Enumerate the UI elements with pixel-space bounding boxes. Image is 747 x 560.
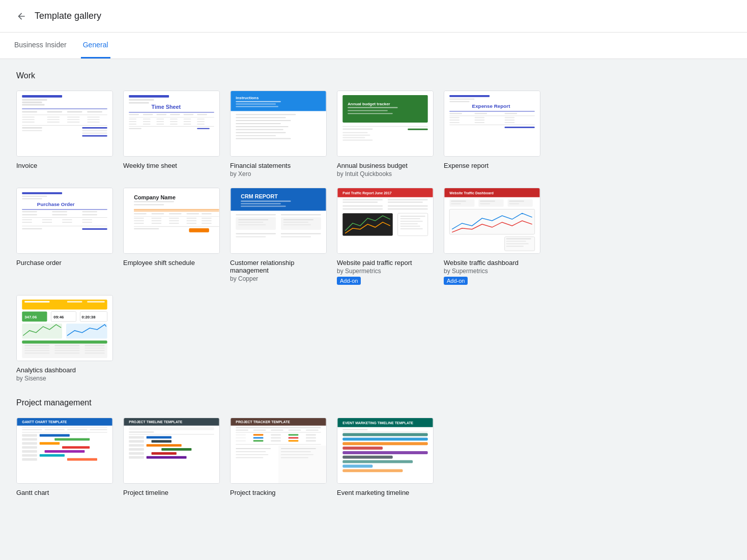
svg-rect-124	[82, 214, 97, 215]
svg-rect-72	[236, 120, 291, 121]
svg-rect-184	[281, 233, 321, 234]
svg-rect-112	[505, 127, 535, 128]
svg-rect-46	[170, 119, 178, 120]
svg-rect-73	[236, 123, 281, 124]
svg-rect-76	[236, 132, 285, 133]
svg-rect-61	[129, 126, 214, 127]
template-thumb-website-traffic-dashboard: Website Traffic Dashboard	[444, 188, 540, 254]
template-purchase-order[interactable]: Purchase Order	[16, 188, 113, 285]
svg-rect-77	[236, 135, 276, 136]
svg-rect-74	[236, 126, 288, 127]
svg-rect-295	[236, 427, 321, 428]
section-project-management: Project management GANTT CHART TEMPLATE	[16, 398, 594, 496]
svg-rect-194	[342, 205, 383, 207]
template-analytics-dashboard[interactable]: 347.06 09:46 0:20:38	[16, 295, 113, 382]
tab-general[interactable]: General	[81, 33, 110, 58]
template-thumb-gantt-chart: GANTT CHART TEMPLATE	[16, 418, 113, 484]
svg-rect-118	[22, 209, 107, 210]
svg-rect-308	[253, 437, 264, 438]
template-name-financial-statements: Financial statements	[230, 162, 327, 169]
svg-rect-125	[22, 217, 107, 218]
svg-rect-306	[306, 434, 316, 436]
svg-text:EVENT MARKETING TIMELINE TEMPL: EVENT MARKETING TIMELINE TEMPLATE	[342, 421, 413, 425]
svg-rect-317	[236, 444, 321, 445]
svg-rect-279	[129, 434, 214, 435]
svg-rect-106	[475, 120, 485, 121]
template-thumb-project-timeline: PROJECT TIMELINE TEMPLATE	[123, 418, 220, 484]
svg-rect-266	[22, 446, 37, 449]
svg-rect-107	[505, 120, 515, 121]
template-name-weekly-time-sheet: Weekly time sheet	[123, 162, 220, 169]
svg-rect-339	[342, 460, 413, 463]
svg-rect-260	[22, 434, 37, 437]
svg-rect-324	[236, 454, 268, 455]
template-invoice[interactable]: Invoice	[16, 91, 113, 178]
svg-rect-241	[84, 345, 104, 346]
template-project-tracking[interactable]: PROJECT TRACKER TEMPLATE	[230, 418, 327, 496]
svg-rect-272	[22, 458, 37, 461]
svg-rect-94	[449, 99, 474, 100]
svg-rect-52	[170, 121, 178, 122]
svg-rect-148	[134, 216, 219, 217]
template-name-analytics-dashboard: Analytics dashboard	[16, 366, 113, 374]
template-name-website-paid-traffic: Website paid traffic report	[337, 259, 434, 267]
svg-rect-174	[281, 214, 321, 215]
svg-rect-289	[152, 452, 177, 455]
template-annual-business-budget[interactable]: Annual budget tracker Annual business bu…	[337, 91, 434, 178]
svg-rect-49	[129, 121, 136, 122]
svg-text:CRM REPORT: CRM REPORT	[241, 193, 278, 199]
template-name-expense-report: Expense report	[444, 162, 540, 169]
template-employee-shift-schedule[interactable]: Company Name	[123, 188, 220, 285]
svg-text:09:46: 09:46	[53, 315, 64, 319]
svg-rect-36	[129, 114, 139, 115]
svg-rect-102	[449, 117, 459, 118]
svg-rect-71	[236, 117, 285, 118]
svg-rect-296	[236, 430, 248, 431]
template-expense-report[interactable]: Expense Report	[444, 91, 540, 178]
svg-rect-183	[236, 233, 276, 234]
svg-rect-38	[156, 114, 166, 115]
svg-rect-21	[67, 122, 80, 123]
template-event-marketing-timeline[interactable]: EVENT MARKETING TIMELINE TEMPLATE	[337, 418, 434, 496]
template-thumb-invoice	[16, 91, 113, 157]
svg-rect-204	[400, 226, 420, 227]
svg-rect-39	[170, 114, 180, 115]
svg-rect-115	[22, 196, 47, 197]
template-project-timeline[interactable]: PROJECT TIMELINE TEMPLATE	[123, 418, 220, 496]
svg-rect-281	[147, 436, 171, 438]
svg-rect-299	[289, 430, 301, 431]
svg-rect-228	[87, 301, 104, 303]
template-thumb-expense-report: Expense Report	[444, 91, 540, 157]
back-icon	[16, 11, 26, 21]
svg-rect-227	[67, 301, 82, 303]
template-website-paid-traffic[interactable]: Paid Traffic Report June 2017	[337, 188, 434, 285]
template-thumb-financial-statements: Instructions	[230, 91, 327, 157]
template-author-website-paid-traffic: by Supermetrics	[337, 268, 434, 275]
svg-rect-41	[197, 114, 207, 115]
tab-business-insider[interactable]: Business Insider	[12, 33, 69, 58]
svg-rect-304	[271, 434, 281, 436]
template-financial-statements[interactable]: Instructions Fin	[230, 91, 327, 178]
svg-rect-31	[129, 95, 169, 98]
svg-rect-334	[342, 437, 427, 440]
svg-rect-202	[400, 221, 423, 222]
svg-rect-158	[202, 220, 212, 221]
template-gantt-chart[interactable]: GANTT CHART TEMPLATE	[16, 418, 113, 496]
svg-rect-144	[152, 213, 164, 214]
template-crm[interactable]: CRM REPORT	[230, 188, 327, 285]
svg-rect-323	[281, 451, 311, 452]
svg-rect-35	[129, 112, 214, 112]
svg-rect-82	[348, 107, 397, 108]
svg-rect-127	[42, 219, 52, 220]
svg-rect-328	[337, 418, 433, 483]
template-website-traffic-dashboard[interactable]: Website Traffic Dashboard	[444, 188, 540, 285]
svg-rect-122	[22, 214, 37, 215]
svg-rect-3	[22, 102, 42, 103]
svg-rect-255	[22, 429, 42, 430]
svg-rect-9	[87, 111, 102, 112]
svg-rect-222	[506, 243, 529, 244]
back-button[interactable]	[12, 7, 31, 25]
svg-rect-172	[241, 205, 286, 207]
svg-rect-103	[475, 117, 485, 118]
template-weekly-time-sheet[interactable]: Time Sheet	[123, 91, 220, 178]
